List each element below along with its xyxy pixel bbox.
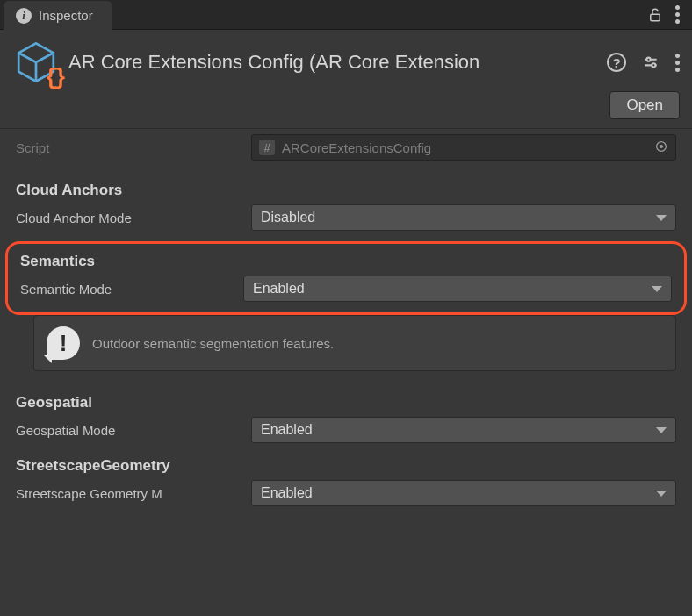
- semantics-highlight: Semantics Semantic Mode Enabled: [5, 241, 687, 315]
- svg-rect-0: [651, 14, 660, 21]
- cloud-anchor-mode-label: Cloud Anchor Mode: [16, 211, 251, 226]
- chevron-down-icon: [656, 491, 667, 497]
- cloud-anchor-mode-dropdown[interactable]: Disabled: [251, 204, 676, 231]
- info-icon: i: [16, 8, 32, 24]
- asset-title: AR Core Extensions Config (AR Core Exten…: [68, 51, 598, 74]
- inspector-tab[interactable]: i Inspector: [4, 1, 112, 31]
- semantic-mode-value: Enabled: [253, 281, 305, 297]
- script-label: Script: [16, 140, 251, 155]
- svg-point-1: [646, 58, 650, 61]
- braces-icon: {}: [45, 65, 61, 91]
- semantic-mode-dropdown[interactable]: Enabled: [243, 276, 672, 302]
- asset-header: {} AR Core Extensions Config (AR Core Ex…: [0, 30, 692, 91]
- chevron-down-icon: [656, 427, 667, 433]
- streetscape-mode-label: Streetscape Geometry M: [16, 486, 251, 501]
- streetscape-mode-dropdown[interactable]: Enabled: [251, 480, 676, 506]
- svg-point-2: [652, 63, 655, 67]
- presets-icon[interactable]: [642, 54, 660, 71]
- geospatial-heading: Geospatial: [16, 375, 676, 415]
- lock-icon[interactable]: [647, 7, 663, 23]
- script-type-icon: #: [259, 140, 275, 155]
- scriptable-object-icon: {}: [12, 39, 60, 86]
- tab-bar: i Inspector: [0, 0, 692, 30]
- chevron-down-icon: [652, 286, 662, 292]
- cloud-anchor-mode-value: Disabled: [261, 210, 315, 226]
- context-menu-icon[interactable]: [675, 54, 680, 72]
- script-value: ARCoreExtensionsConfig: [282, 140, 431, 155]
- warning-icon: !: [47, 326, 80, 360]
- geospatial-mode-label: Geospatial Mode: [16, 423, 251, 438]
- semantics-heading: Semantics: [20, 247, 672, 274]
- streetscape-heading: StreetscapeGeometry: [16, 445, 676, 478]
- tab-menu-icon[interactable]: [675, 5, 680, 24]
- chevron-down-icon: [656, 215, 667, 221]
- svg-point-4: [660, 145, 663, 147]
- script-field: # ARCoreExtensionsConfig: [251, 134, 676, 161]
- tab-label: Inspector: [39, 8, 93, 23]
- geospatial-mode-dropdown[interactable]: Enabled: [251, 417, 676, 443]
- semantic-mode-label: Semantic Mode: [20, 282, 243, 297]
- semantics-info-text: Outdoor semantic segmentation features.: [92, 336, 334, 351]
- geospatial-mode-value: Enabled: [261, 422, 313, 438]
- streetscape-mode-value: Enabled: [261, 485, 313, 501]
- semantics-info-banner: ! Outdoor semantic segmentation features…: [33, 315, 676, 371]
- help-icon[interactable]: ?: [607, 53, 626, 72]
- cloud-anchors-heading: Cloud Anchors: [16, 169, 676, 203]
- object-picker-icon[interactable]: [654, 140, 668, 156]
- open-button[interactable]: Open: [609, 91, 680, 119]
